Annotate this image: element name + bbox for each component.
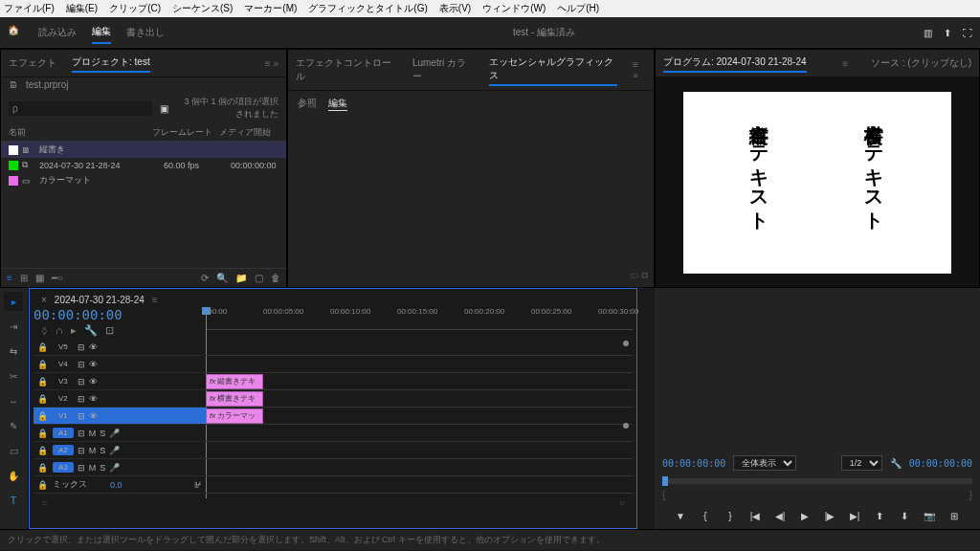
clip[interactable]: fx横書きテキ xyxy=(206,391,263,407)
settings-icon[interactable]: ⊡ xyxy=(105,324,114,337)
go-to-out-icon[interactable]: ▶| xyxy=(847,508,862,523)
ripple-tool-icon[interactable]: ⇆ xyxy=(4,342,23,361)
zoom-select[interactable]: 全体表示 xyxy=(733,455,796,471)
program-controls: 00:00:00:00 全体表示 1/2 🔧 00:00:00:00 {} ▼ … xyxy=(655,288,980,529)
menu-clip[interactable]: クリップ(C) xyxy=(109,2,161,15)
icon-view-icon[interactable]: ⊞ xyxy=(20,273,28,283)
tab-program[interactable]: プログラム: 2024-07-30 21-28-24 xyxy=(663,54,807,73)
filter-icon[interactable]: ▣ xyxy=(160,103,168,114)
delete-icon[interactable]: 🗑 xyxy=(271,273,280,283)
play-icon[interactable]: ▶ xyxy=(797,508,813,523)
rectangle-tool-icon[interactable]: ▭ xyxy=(4,441,23,460)
bin-item[interactable]: ⧉ 2024-07-30 21-28-24 60.00 fps 00:00:00… xyxy=(1,158,286,172)
scrub-bar[interactable] xyxy=(662,478,972,484)
tab-effect-controls[interactable]: エフェクトコントロール xyxy=(296,55,397,85)
tab-import[interactable]: 読み込み xyxy=(38,22,77,43)
tab-source[interactable]: ソース : (クリップなし) xyxy=(871,55,971,72)
link-icon[interactable]: ∩ xyxy=(56,324,63,337)
tab-export[interactable]: 書き出し xyxy=(126,22,165,43)
track-v1-header[interactable]: 🔒V1⊟👁 xyxy=(33,408,206,425)
menu-sequence[interactable]: シーケンス(S) xyxy=(172,2,233,15)
col-fps[interactable]: フレームレート xyxy=(152,126,219,139)
clip[interactable]: fx縦書きテキ xyxy=(206,374,263,389)
menu-edit[interactable]: 編集(E) xyxy=(66,2,98,15)
tab-edit[interactable]: 編集 xyxy=(92,21,111,44)
subtab-edit[interactable]: 編集 xyxy=(328,97,347,111)
col-name[interactable]: 名前 xyxy=(9,126,152,139)
type-tool-icon[interactable]: T xyxy=(4,491,23,510)
track-a1-header[interactable]: 🔒A1⊟MS🎤 xyxy=(33,425,206,442)
status-bar: クリックで選択、または選択ツールをドラッグして囲んだ部分を選択します。Shift… xyxy=(0,529,980,550)
auto-match-icon[interactable]: ⟳ xyxy=(201,273,209,283)
home-icon[interactable]: 🏠 xyxy=(8,25,23,40)
timeline-playhead-time[interactable]: 00:00:00:00 xyxy=(33,307,206,322)
tab-effects[interactable]: エフェクト xyxy=(9,55,56,72)
marker-icon[interactable]: ▼ xyxy=(673,508,688,523)
export-frame-icon[interactable]: 📷 xyxy=(922,508,937,523)
tool-palette: ▸ ⇥ ⇆ ✂ ↔ ✎ ▭ ✋ T xyxy=(0,288,29,529)
clip[interactable]: fxカラーマッ xyxy=(206,408,263,424)
project-file: test.prproj xyxy=(26,79,68,90)
razor-tool-icon[interactable]: ✂ xyxy=(4,366,23,386)
selection-tool-icon[interactable]: ▸ xyxy=(4,292,23,311)
subtab-browse[interactable]: 参照 xyxy=(298,97,317,111)
freeform-icon[interactable]: ▦ xyxy=(35,273,44,283)
out-point-icon[interactable]: } xyxy=(723,508,738,523)
in-point-icon[interactable]: { xyxy=(698,508,713,523)
sync-icon[interactable]: ▥ xyxy=(924,28,932,38)
track-v5-header[interactable]: 🔒V5⊟👁 xyxy=(33,339,206,356)
program-viewport[interactable]: 縦書きテキスト 横書きテキスト xyxy=(656,77,979,287)
bin-item[interactable]: 🗎 縦書き xyxy=(1,142,286,158)
snap-icon[interactable]: ⎀ xyxy=(41,324,48,337)
bin-item[interactable]: ▭ カラーマット xyxy=(1,172,286,188)
group-icon[interactable]: ⧉ xyxy=(641,270,648,280)
track-a2-header[interactable]: 🔒A2⊟MS🎤 xyxy=(33,442,206,459)
menu-marker[interactable]: マーカー(M) xyxy=(244,2,297,15)
step-back-icon[interactable]: ◀| xyxy=(772,508,788,523)
essential-graphics-panel: エフェクトコントロール Lumetri カラー エッセンシャルグラフィックス ≡… xyxy=(287,49,655,288)
menu-window[interactable]: ウィンドウ(W) xyxy=(482,2,546,15)
menu-file[interactable]: ファイル(F) xyxy=(4,2,55,15)
new-item-icon[interactable]: ▢ xyxy=(255,273,263,283)
track-v2-header[interactable]: 🔒V2⊟👁 xyxy=(33,390,206,408)
track-v3-header[interactable]: 🔒V3⊟👁 xyxy=(33,373,206,390)
col-start[interactable]: メディア開始 xyxy=(219,126,271,139)
selection-info: 3 個中 1 個の項目が選択されました xyxy=(176,96,278,121)
new-layer-icon[interactable]: ▭ xyxy=(630,270,638,280)
menu-graphics[interactable]: グラフィックとタイトル(G) xyxy=(308,2,427,15)
extract-icon[interactable]: ⬇ xyxy=(897,508,912,523)
track-a3-header[interactable]: 🔒A3⊟MS🎤 xyxy=(33,459,206,476)
wrench-icon[interactable]: 🔧 xyxy=(84,324,98,337)
hand-tool-icon[interactable]: ✋ xyxy=(4,466,23,485)
program-time-duration: 00:00:00:00 xyxy=(909,458,972,469)
new-bin-icon[interactable]: 📁 xyxy=(235,273,247,283)
go-to-in-icon[interactable]: |◀ xyxy=(747,508,763,523)
find-icon[interactable]: 🔍 xyxy=(216,273,228,283)
compare-icon[interactable]: ⊞ xyxy=(947,508,962,523)
track-v4-header[interactable]: 🔒V4⊟👁 xyxy=(33,356,206,373)
search-input[interactable] xyxy=(9,101,152,116)
pen-tool-icon[interactable]: ✎ xyxy=(4,416,23,435)
share-icon[interactable]: ⬆ xyxy=(944,28,951,38)
program-time-current[interactable]: 00:00:00:00 xyxy=(662,458,725,469)
track-select-tool-icon[interactable]: ⇥ xyxy=(4,317,23,336)
sequence-tab[interactable]: 2024-07-30 21-28-24 xyxy=(55,295,145,305)
slip-tool-icon[interactable]: ↔ xyxy=(4,391,23,410)
track-mix-header[interactable]: 🔒ミックス0.0⊮ xyxy=(33,476,206,494)
tab-project[interactable]: プロジェクト: test xyxy=(72,54,150,73)
menu-help[interactable]: ヘルプ(H) xyxy=(557,2,599,15)
step-forward-icon[interactable]: |▶ xyxy=(822,508,837,523)
marker-tool-icon[interactable]: ▸ xyxy=(71,324,77,337)
preview-text-right: 横書きテキスト xyxy=(862,111,888,221)
list-view-icon[interactable]: ≡ xyxy=(7,273,12,283)
lift-icon[interactable]: ⬆ xyxy=(872,508,887,523)
tab-lumetri[interactable]: Lumetri カラー xyxy=(412,55,474,85)
resolution-select[interactable]: 1/2 xyxy=(841,455,882,471)
preview-text-left: 縦書きテキスト xyxy=(747,111,773,221)
zoom-slider[interactable]: ━○ xyxy=(52,273,63,283)
timeline-panel: × 2024-07-30 21-28-24 ≡ 00:00:00:00 ⎀ ∩ … xyxy=(29,288,637,529)
settings-icon[interactable]: 🔧 xyxy=(890,458,902,469)
menu-view[interactable]: 表示(V) xyxy=(439,2,471,15)
tab-essential-graphics[interactable]: エッセンシャルグラフィックス xyxy=(489,54,618,86)
fullscreen-icon[interactable]: ⛶ xyxy=(963,28,972,38)
